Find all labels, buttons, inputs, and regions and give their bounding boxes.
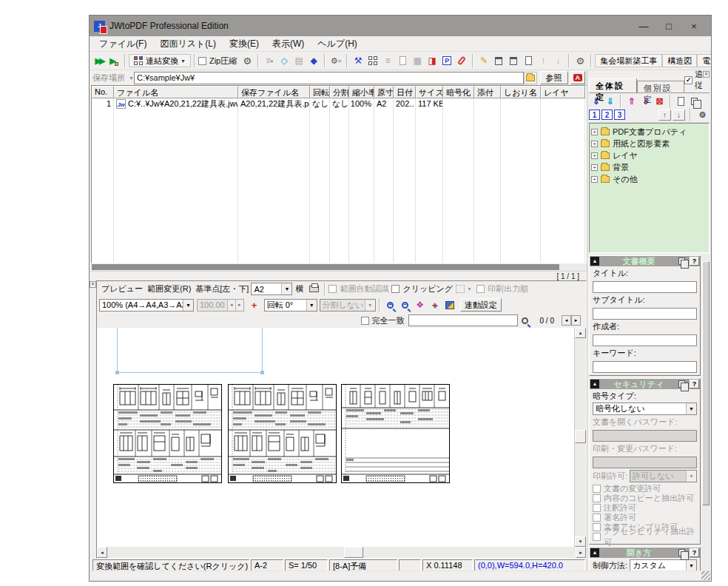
page-button[interactable] (395, 53, 410, 68)
convert-all-button[interactable]: ▶▶ (92, 53, 107, 68)
resize-grip[interactable] (701, 571, 710, 580)
package-button[interactable]: ▦ (410, 53, 425, 68)
fit-page-button[interactable]: ❖ (413, 297, 428, 312)
spin-left-icon[interactable]: ◂ (227, 300, 235, 311)
minimize-button[interactable]: — (631, 21, 656, 32)
scrollbar-thumb[interactable] (92, 264, 559, 270)
grid-view-button[interactable] (365, 53, 380, 68)
auto-detect-checkbox[interactable] (328, 285, 337, 293)
help-button[interactable]: ? (690, 257, 699, 266)
row-split[interactable]: なし (330, 98, 349, 263)
col-savename[interactable]: 保存ファイル名 (238, 86, 310, 98)
save-button[interactable]: ▤ (291, 53, 306, 68)
row-paper[interactable]: A2 (374, 98, 394, 263)
search-button[interactable] (518, 313, 533, 328)
help-button[interactable]: ? (690, 548, 699, 557)
col-filename[interactable]: ファイル名 (114, 86, 238, 98)
chevron-down-icon[interactable]: ▼ (686, 471, 696, 482)
collapse-button[interactable]: ▲ (590, 257, 599, 266)
new-page-button[interactable] (521, 53, 536, 68)
save-path-input[interactable] (134, 72, 524, 84)
clear-settings-button[interactable]: ⊠ (653, 95, 667, 107)
chevron-down-icon[interactable]: ▼ (467, 286, 472, 292)
row-savename[interactable]: A20,21,22建具表.pdf (238, 98, 310, 263)
move-up-button[interactable]: ↑ (536, 53, 550, 68)
tab-individual-settings[interactable]: 個別設定 (637, 81, 685, 92)
col-ratio[interactable]: 縮小率 (349, 86, 374, 98)
zoom-in-button[interactable]: + (383, 297, 398, 312)
col-rotate[interactable]: 回転 (310, 86, 330, 98)
clipping-checkbox[interactable] (391, 285, 400, 293)
book-button[interactable]: ◆ (306, 53, 321, 68)
delete-button[interactable] (506, 53, 521, 68)
spin-right-icon[interactable]: ▸ (235, 300, 243, 311)
chevron-down-icon[interactable]: ▼ (365, 300, 375, 311)
zip-checkbox[interactable] (198, 57, 206, 65)
split-combo[interactable]: 分割しない▼ (320, 299, 376, 311)
item-settings-button[interactable]: ⚙ (695, 109, 710, 121)
attach-button[interactable] (454, 53, 469, 68)
row-size[interactable]: 117 KB (416, 98, 443, 263)
chevron-down-icon[interactable]: ▼ (686, 403, 696, 414)
scale-spinner[interactable]: 100.00◂▸ (197, 299, 244, 311)
zip-settings-button[interactable]: ⚙ (240, 53, 255, 68)
row-filename[interactable]: JwC:¥..¥Jw¥A20,21,22建具表.jww (114, 98, 238, 263)
clip-region-icon[interactable] (456, 285, 465, 293)
copy-setting-button[interactable] (688, 95, 702, 107)
page-2-button[interactable]: 2 (601, 110, 613, 120)
annotate-checkbox[interactable] (593, 504, 601, 512)
copy-extract-checkbox[interactable] (593, 494, 601, 502)
import-button[interactable]: ◨ (425, 53, 439, 68)
pdf-viewer-button[interactable]: A (570, 71, 586, 84)
scrollbar-thumb[interactable] (702, 261, 710, 505)
print-permission-combo[interactable]: 許可しない ▼ (630, 470, 697, 482)
expand-icon[interactable]: + (591, 129, 598, 135)
move-item-down-button[interactable]: ↓ (673, 110, 685, 121)
control-method-combo[interactable]: カスタム ▼ (630, 559, 697, 570)
preview-canvas[interactable] (97, 328, 575, 547)
col-split[interactable]: 分割 (330, 86, 349, 98)
open-drawing-button[interactable]: ◇ (277, 53, 291, 68)
encrypt-type-combo[interactable]: 暗号化しない ▼ (593, 403, 697, 415)
follow-checkbox[interactable] (684, 76, 692, 84)
help-button[interactable]: ? (690, 380, 699, 388)
scrollbar-thumb[interactable] (344, 547, 363, 558)
col-size[interactable]: サイズ (416, 86, 443, 98)
list-horizontal-scrollbar[interactable] (91, 263, 587, 271)
move-down-button[interactable]: ↓ (550, 53, 565, 68)
rotate-combo[interactable]: 回転 0°▼ (264, 299, 317, 311)
image-view-button[interactable] (442, 297, 457, 312)
title-input[interactable] (593, 281, 697, 293)
chevron-down-icon[interactable]: ▼ (129, 75, 134, 81)
move-item-up-button[interactable]: ↑ (658, 110, 671, 121)
preset-button-3[interactable]: 電気設備 (697, 54, 711, 67)
keywords-input[interactable] (593, 361, 697, 373)
menu-view[interactable]: 表示(W) (266, 36, 311, 52)
preset-button-2[interactable]: 構造図 (662, 54, 697, 67)
exact-match-checkbox[interactable] (361, 317, 369, 325)
tree-item-paper-shapes[interactable]: + 用紙と図形要素 (591, 138, 707, 149)
print-button[interactable] (306, 282, 321, 297)
pdf-page-button[interactable]: P (439, 53, 454, 68)
preview-horizontal-scrollbar[interactable]: ◄ ► (97, 547, 586, 558)
fit-center-button[interactable]: + (428, 297, 442, 312)
edit-pen-button[interactable]: ✎ (476, 53, 491, 68)
selection-rectangle[interactable] (117, 328, 263, 373)
tree-item-background[interactable]: + 背景 (591, 161, 707, 173)
col-no[interactable]: No. (92, 86, 114, 98)
scrollbar-thumb[interactable] (575, 430, 586, 443)
menu-drawing-list[interactable]: 図面リスト(L) (153, 36, 223, 52)
scroll-down-button[interactable]: ▼ (575, 536, 586, 547)
accessibility-checkbox[interactable] (593, 533, 601, 541)
col-date[interactable]: 日付 (394, 86, 416, 98)
chevron-down-icon[interactable]: ▼ (686, 560, 696, 570)
copy-icon[interactable] (678, 257, 685, 265)
collapse-button[interactable]: ▲ (590, 548, 599, 557)
open-password-input[interactable] (593, 430, 697, 442)
tree-item-pdf-properties[interactable]: + PDF文書プロパティ (591, 126, 707, 138)
edit-password-input[interactable] (593, 457, 697, 468)
row-no[interactable]: 1 (92, 98, 114, 263)
col-paper[interactable]: 原寸 (374, 86, 394, 98)
scroll-left-button[interactable]: ◄ (97, 547, 107, 558)
copy-icon[interactable] (678, 380, 685, 388)
